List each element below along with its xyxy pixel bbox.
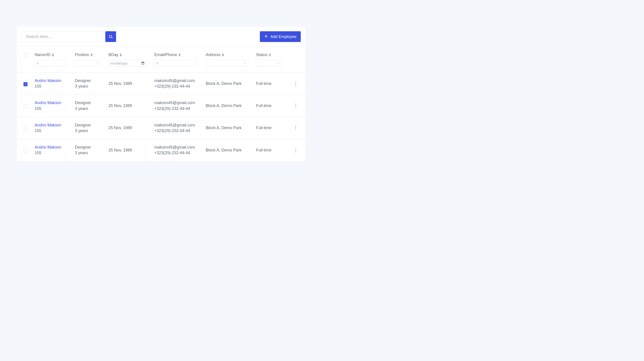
- filter-name-input[interactable]: [35, 60, 67, 66]
- employee-id: 155: [35, 83, 75, 89]
- employee-name-link[interactable]: Andrio Maksim: [35, 145, 75, 150]
- row-actions-button[interactable]: [294, 125, 298, 131]
- svg-point-23: [296, 81, 296, 82]
- employee-bday: 25 Nov, 1989: [108, 147, 154, 153]
- more-vertical-icon: [295, 81, 296, 86]
- svg-point-33: [296, 150, 296, 151]
- search-button[interactable]: [105, 31, 116, 42]
- column-header-address-label: Address: [206, 52, 220, 57]
- row-checkbox[interactable]: [24, 82, 28, 86]
- svg-point-32: [296, 148, 296, 149]
- row-checkbox[interactable]: [24, 104, 28, 108]
- employee-bday: 25 Nov, 1989: [108, 103, 154, 109]
- column-header-name-label: Name/ID: [35, 52, 50, 57]
- employee-bday: 25 Nov, 1989: [108, 81, 154, 86]
- select-all-checkbox[interactable]: [24, 53, 28, 57]
- search-wrap: [21, 31, 116, 42]
- filter-address-select[interactable]: [206, 60, 248, 66]
- column-header-email-label: Email/Phone: [154, 52, 177, 57]
- table-row: Andrio Maksim 155 Designer 3 years 25 No…: [17, 72, 305, 94]
- employee-status: Full-time: [256, 81, 284, 86]
- employee-address: Block A, Demo Park: [206, 125, 256, 131]
- employees-table: Name/ID Position: [17, 47, 305, 161]
- svg-line-1: [112, 37, 112, 38]
- svg-marker-18: [222, 55, 224, 56]
- employee-name-link[interactable]: Andrio Maksim: [35, 122, 75, 128]
- employee-id: 155: [35, 106, 75, 111]
- table-header-row: Name/ID Position: [17, 47, 305, 72]
- employee-position: Designer: [75, 122, 108, 128]
- sort-icon: [178, 54, 181, 56]
- employee-experience: 3 years: [75, 128, 108, 134]
- employee-id: 155: [35, 128, 75, 134]
- svg-marker-4: [52, 54, 54, 54]
- column-header-position[interactable]: Position: [75, 52, 108, 57]
- employee-name-link[interactable]: Andrio Maksim: [35, 100, 75, 106]
- employee-bday: 25 Nov, 1989: [108, 125, 154, 131]
- svg-marker-14: [179, 55, 181, 56]
- svg-point-27: [296, 105, 296, 106]
- svg-marker-21: [269, 55, 271, 56]
- employee-id: 155: [35, 150, 75, 156]
- row-actions-button[interactable]: [294, 147, 298, 153]
- column-header-email[interactable]: Email/Phone: [154, 52, 206, 57]
- add-employee-label: Add Employee: [270, 34, 296, 39]
- svg-marker-19: [244, 63, 246, 63]
- svg-point-30: [296, 128, 296, 128]
- caret-down-icon: [96, 62, 98, 65]
- employee-email: maksim45@gmail.com: [154, 100, 206, 106]
- search-icon: [156, 62, 159, 64]
- sort-icon: [222, 54, 224, 56]
- column-header-name[interactable]: Name/ID: [35, 52, 75, 57]
- filter-email-input[interactable]: [154, 60, 197, 66]
- column-header-status[interactable]: Status: [256, 52, 284, 57]
- column-header-status-label: Status: [256, 52, 268, 57]
- row-checkbox[interactable]: [24, 149, 28, 153]
- column-header-address[interactable]: Address: [206, 52, 256, 57]
- more-vertical-icon: [295, 148, 296, 152]
- column-header-position-label: Position: [75, 52, 89, 57]
- row-actions-button[interactable]: [294, 102, 298, 109]
- employee-address: Block A, Demo Park: [206, 103, 256, 109]
- column-header-bday[interactable]: BDay: [108, 52, 154, 57]
- svg-marker-20: [269, 54, 271, 54]
- add-employee-button[interactable]: Add Employee: [260, 31, 301, 42]
- column-header-bday-label: BDay: [108, 52, 118, 57]
- search-input[interactable]: [21, 31, 104, 42]
- employee-email: maksim45@gmail.com: [154, 122, 206, 128]
- filter-position-select[interactable]: [75, 60, 100, 66]
- svg-point-6: [37, 62, 38, 64]
- svg-marker-9: [91, 55, 93, 56]
- more-vertical-icon: [295, 104, 296, 108]
- svg-point-15: [156, 62, 158, 64]
- employee-name-link[interactable]: Andrio Maksim: [35, 78, 75, 83]
- employee-position: Designer: [75, 78, 108, 83]
- svg-point-26: [296, 104, 296, 104]
- sort-icon: [120, 54, 122, 56]
- employee-experience: 3 years: [75, 83, 108, 89]
- svg-marker-13: [179, 54, 181, 54]
- table-row: Andrio Maksim 155 Designer 3 years 25 No…: [17, 139, 305, 161]
- search-icon: [108, 34, 113, 39]
- caret-down-icon: [277, 62, 280, 65]
- svg-marker-12: [120, 55, 122, 56]
- filter-bday-date[interactable]: [108, 60, 146, 66]
- employee-status: Full-time: [256, 147, 284, 153]
- employee-status: Full-time: [256, 103, 284, 109]
- employee-experience: 3 years: [75, 150, 108, 156]
- svg-marker-11: [120, 54, 122, 54]
- filter-status-select[interactable]: [256, 60, 282, 66]
- svg-point-24: [296, 83, 296, 84]
- svg-marker-10: [97, 63, 98, 63]
- row-checkbox[interactable]: [24, 126, 28, 130]
- caret-down-icon: [244, 62, 246, 65]
- sort-icon: [269, 54, 271, 56]
- sort-icon: [52, 54, 54, 56]
- row-actions-button[interactable]: [294, 80, 298, 87]
- employee-position: Designer: [75, 145, 108, 150]
- toolbar: Add Employee: [17, 27, 305, 47]
- employees-card: Add Employee Name/ID: [17, 27, 305, 161]
- employee-email: maksim45@gmail.com: [154, 145, 206, 150]
- svg-marker-5: [52, 55, 54, 56]
- svg-marker-22: [278, 63, 279, 63]
